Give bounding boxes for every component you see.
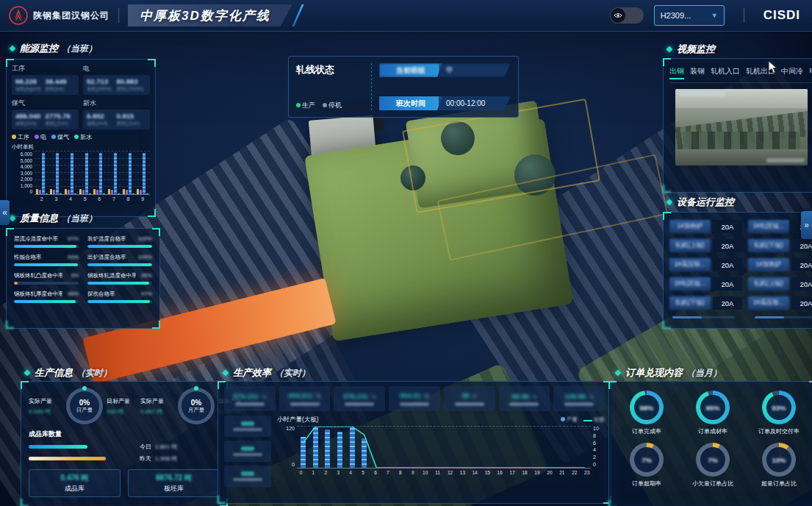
legend-item-electric[interactable]: 电 bbox=[35, 133, 46, 141]
monthly-output-donut: 0% 月产量 bbox=[178, 388, 215, 424]
scrollbar-track[interactable] bbox=[755, 316, 812, 318]
quality-item-value: 97% bbox=[141, 291, 152, 297]
bar-工序 bbox=[50, 189, 52, 194]
bar-电 bbox=[140, 190, 142, 194]
bar-group bbox=[108, 152, 120, 194]
bar-新水 bbox=[60, 193, 62, 194]
energy-value: 6.652 bbox=[87, 112, 117, 120]
scene-selector-dropdown[interactable]: H2309... ▼ bbox=[654, 5, 725, 26]
shift-value: 00:00-12:00 bbox=[439, 96, 511, 110]
corner-accent bbox=[663, 212, 671, 220]
energy-group-electric: 电 52.713 80.883 单耗(kWh/t) 累耗(万kWh) bbox=[83, 64, 150, 95]
video-panel: 出钢装钢轧机入口轧机出口中间冷电动辊道 bbox=[663, 58, 812, 193]
quality-progress-fill bbox=[87, 282, 149, 285]
diamond-icon: ❖ bbox=[222, 368, 229, 378]
collapse-right-handle[interactable]: » bbox=[801, 211, 812, 239]
y-tick: 120 bbox=[286, 426, 295, 431]
equipment-item: 轧机(下辊)20A bbox=[748, 239, 812, 252]
y-tick: 0 bbox=[593, 462, 596, 467]
visibility-toggle[interactable] bbox=[610, 7, 644, 24]
donut-percent: 0% bbox=[79, 399, 90, 407]
order-donut-label: 订单超期率 bbox=[632, 480, 661, 488]
energy-group-water: 新水 6.652 0.915 单耗(m³/t) 累耗(万m³) bbox=[83, 99, 150, 129]
tab-轧机入口[interactable]: 轧机入口 bbox=[711, 66, 740, 79]
page-title: 中厚板3D数字化产线 bbox=[128, 4, 292, 26]
legend-item-gas[interactable]: 煤气 bbox=[51, 133, 69, 141]
equipment-label: 1#加热炉 bbox=[748, 258, 789, 271]
line-status-panel: 轧线状态 生产 停机 当前班组 甲 班次时间 00:00-12:00 bbox=[288, 56, 519, 118]
order-donut-label: 超量订单占比 bbox=[761, 480, 797, 488]
legend-item-pieces[interactable]: 块数 bbox=[583, 416, 605, 424]
metric-unit: % bbox=[370, 394, 376, 399]
side-card-value-blurred bbox=[241, 471, 254, 476]
corner-accent bbox=[809, 381, 812, 389]
tab-中间冷[interactable]: 中间冷 bbox=[781, 66, 803, 79]
side-card-value-blurred bbox=[241, 446, 254, 451]
line-status-divider bbox=[371, 63, 372, 110]
legend-dot-green bbox=[296, 103, 301, 107]
quality-progress-track bbox=[87, 282, 152, 285]
bar-新水 bbox=[74, 193, 76, 194]
corner-accent bbox=[148, 209, 156, 217]
inventory-bar-today: 今日 1,801 吨 bbox=[29, 443, 220, 451]
y-tick: 2,000 bbox=[21, 177, 32, 182]
equipment-value: 20A bbox=[713, 239, 742, 252]
tab-装钢[interactable]: 装钢 bbox=[690, 66, 705, 79]
collapse-left-handle[interactable]: « bbox=[0, 200, 10, 225]
equipment-label: 2#高压除... bbox=[748, 296, 789, 310]
quality-progress-fill bbox=[14, 282, 18, 285]
current-crew-row: 当前班组 甲 bbox=[379, 63, 511, 77]
scrollbar-thumb[interactable] bbox=[672, 316, 702, 318]
order-donut-label: 订单及时交付率 bbox=[758, 427, 800, 435]
quality-item: 出炉温度合格率100% bbox=[87, 254, 152, 266]
bar-group bbox=[79, 152, 91, 194]
tab-电动辊道[interactable]: 电动辊道 bbox=[809, 66, 812, 79]
video-timestamp-overlay bbox=[678, 92, 725, 96]
legend-item-water[interactable]: 新水 bbox=[74, 133, 92, 141]
energy-unit: 累耗(万m³) bbox=[117, 121, 147, 127]
y-tick: 10 bbox=[593, 426, 599, 431]
order-donut: 7% bbox=[696, 443, 730, 477]
actual-output-col: 实际产量 0.867 吨 bbox=[140, 397, 174, 416]
metric-value: 98.86 % bbox=[511, 392, 536, 400]
x-tick: 15 bbox=[481, 470, 494, 475]
energy-metric-card: 52.713 80.883 单耗(kWh/t) 累耗(万kWh) bbox=[83, 75, 150, 95]
bar-煤气 bbox=[42, 153, 45, 194]
legend-dot-gray bbox=[323, 103, 327, 107]
quality-item: 性能合格率99% bbox=[14, 254, 79, 266]
energy-value: 68.226 bbox=[15, 77, 46, 85]
equipment-item: 2#高压除...20A bbox=[669, 258, 742, 271]
equipment-scrollbars bbox=[669, 316, 812, 318]
bar-煤气 bbox=[129, 153, 132, 194]
order-donut-label: 订单成材率 bbox=[698, 427, 727, 435]
equipment-value: 20A bbox=[791, 258, 812, 271]
efficiency-metric-card: 579.231 % bbox=[224, 386, 276, 411]
quality-title-text: 质量信息 bbox=[20, 212, 58, 225]
header-bar: 陕钢集团汉钢公司 中厚板3D数字化产线 H2309... ▼ CISDI bbox=[0, 0, 812, 32]
quality-progress-fill bbox=[87, 245, 152, 248]
bar-电 bbox=[39, 190, 41, 194]
order-donut-percent: 93% bbox=[762, 391, 796, 424]
header-actions: H2309... ▼ CISDI bbox=[610, 5, 812, 26]
legend-dot bbox=[74, 135, 79, 139]
scrollbar-thumb[interactable] bbox=[755, 316, 784, 318]
energy-unit: 累耗(万m³) bbox=[46, 121, 76, 127]
side-card-label-blurred bbox=[233, 478, 262, 481]
scrollbar-track[interactable] bbox=[672, 316, 736, 318]
tab-出钢[interactable]: 出钢 bbox=[669, 66, 684, 79]
target-output-label: 目标产量 bbox=[107, 397, 140, 405]
orders-donut-grid: 98%订单完成率95%订单成材率93%订单及时交付率7%订单超期率7%小欠量订单… bbox=[614, 391, 812, 488]
equipment-title-text: 设备运行监控 bbox=[677, 196, 734, 209]
legend-dot bbox=[51, 135, 56, 139]
x-tick: 5 bbox=[357, 470, 370, 475]
order-donut-label: 订单完成率 bbox=[632, 427, 661, 435]
quality-progress-fill bbox=[87, 263, 152, 266]
video-feed[interactable] bbox=[675, 89, 808, 165]
legend-item-output[interactable]: 产量 bbox=[561, 416, 578, 424]
legend-item-process[interactable]: 工序 bbox=[12, 133, 29, 141]
daily-output-donut: 0% 日产量 bbox=[66, 388, 103, 424]
energy-value: 52.713 bbox=[87, 77, 117, 85]
metric-value: 654.611 吨 bbox=[288, 391, 321, 400]
x-tick: 10 bbox=[419, 470, 431, 475]
inventory-bar-track bbox=[29, 457, 136, 460]
